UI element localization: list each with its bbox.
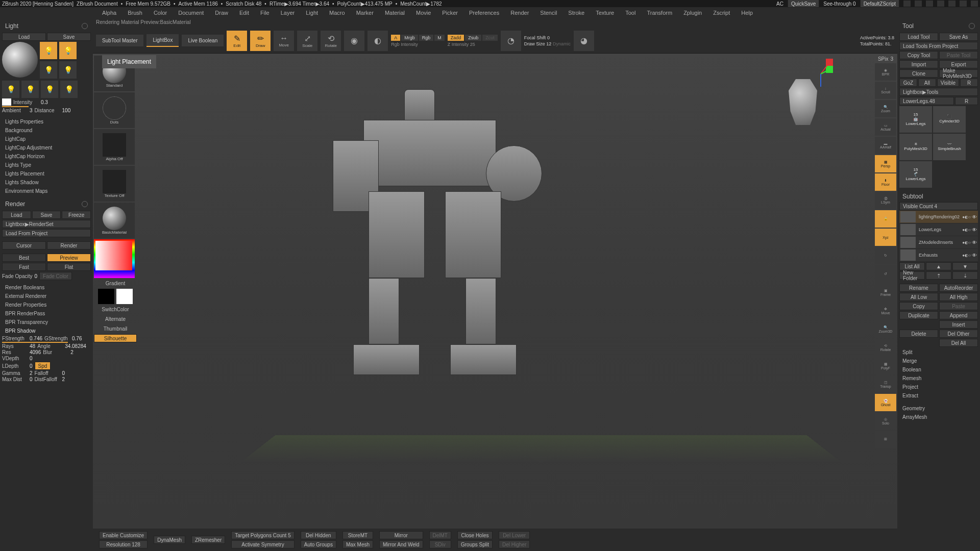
lock-button[interactable]: 🔒 (875, 210, 896, 228)
menu-item[interactable]: Brush (128, 10, 142, 16)
window-btn[interactable] (926, 1, 933, 7)
flat-button[interactable]: Flat (47, 263, 91, 271)
zsub-button[interactable]: Zsub (465, 35, 481, 41)
append-button[interactable]: Append (939, 311, 978, 319)
rot-button[interactable]: ↻ (875, 247, 896, 264)
move-up-icon[interactable]: ⇡ (926, 271, 951, 280)
see-through[interactable]: See-through 0 (823, 1, 855, 7)
slider-label[interactable]: Spd (35, 362, 51, 370)
menu-item[interactable]: Marker (356, 10, 374, 16)
menu-item[interactable]: Zplugin (683, 10, 702, 16)
slider-value[interactable]: 4096 (30, 349, 41, 355)
up-icon[interactable]: ▲ (926, 262, 951, 270)
menu-item[interactable]: Edit (239, 10, 249, 16)
viewport[interactable]: Standard Dots Alpha Off Texture Off Basi… (93, 54, 897, 529)
persp-button[interactable]: ▦Persp (875, 155, 896, 172)
stroke-thumbnail[interactable]: Dots (94, 92, 135, 128)
subtool-row[interactable]: LowerLegs●◐○👁 (899, 223, 978, 236)
zadd-button[interactable]: Zadd (448, 35, 464, 41)
refresh-icon[interactable] (969, 23, 975, 29)
dynamesh-button[interactable]: DynaMesh (154, 536, 185, 544)
light-slot-6[interactable]: 💡 (21, 81, 39, 98)
lights-placement-link[interactable]: Lights Placement (2, 169, 91, 178)
del-other-button[interactable]: Del Other (939, 330, 978, 338)
bpr-transparency-link[interactable]: BPR Transparency (2, 318, 91, 327)
texture-thumbnail[interactable]: Texture Off (94, 166, 135, 202)
light-slot-3[interactable]: 💡 (40, 61, 57, 79)
menu-item[interactable]: Macro (329, 10, 345, 16)
autoreorder-button[interactable]: AutoReorder (939, 284, 978, 292)
menu-item[interactable]: Color (154, 10, 167, 16)
arraymesh-link[interactable]: ArrayMesh (899, 413, 978, 421)
close-icon[interactable] (971, 1, 978, 7)
ambient-value[interactable]: 3 (30, 108, 33, 113)
delete-button[interactable]: Delete (899, 330, 938, 338)
zoom-button[interactable]: 🔍Zoom (875, 100, 896, 117)
bpr-renderpass-link[interactable]: BPR RenderPass (2, 309, 91, 318)
slider-value[interactable]: 2 (70, 349, 74, 355)
menu-item[interactable]: Light (306, 10, 318, 16)
import-button[interactable]: Import (899, 60, 938, 68)
canvas-3d[interactable] (139, 54, 872, 529)
z-intensity-label[interactable]: Z Intensity 25 (448, 42, 498, 47)
light-slot-5[interactable]: 💡 (2, 81, 19, 98)
menu-item[interactable]: Draw (215, 10, 228, 16)
mirror-button[interactable]: Mirror (379, 531, 423, 539)
fade-value[interactable]: 0 (34, 273, 37, 279)
light-direction-ball[interactable] (2, 42, 38, 78)
edit-mode-button[interactable]: ✎Edit (227, 31, 247, 51)
max-mesh-button[interactable]: Max Mesh (342, 540, 373, 548)
zremesher-button[interactable]: ZRemesher (191, 536, 225, 544)
fast-button[interactable]: Fast (2, 263, 46, 271)
render-panel-header[interactable]: Render (2, 198, 91, 210)
switch-color-button[interactable]: SwitchColor (94, 305, 137, 314)
slider-value[interactable]: 48 (30, 343, 35, 349)
lights-shadow-link[interactable]: Lights Shadow (2, 178, 91, 187)
geometry-link[interactable]: Geometry (899, 404, 978, 413)
render-save-button[interactable]: Save (32, 211, 61, 219)
lights-properties-link[interactable]: Lights Properties (2, 117, 91, 126)
menu-item[interactable]: Zscript (713, 10, 730, 16)
light-slot-7[interactable]: 💡 (41, 81, 58, 98)
scroll-button[interactable]: ↕Scroll (875, 82, 896, 99)
menu-item[interactable]: Document (178, 10, 204, 16)
menu-item[interactable]: Tool (625, 10, 635, 16)
rename-button[interactable]: Rename (899, 284, 938, 292)
slider-value[interactable]: 2 (30, 370, 33, 376)
merge-link[interactable]: Merge (899, 357, 978, 365)
duplicate-button[interactable]: Duplicate (899, 311, 938, 319)
bpr-button[interactable]: ◉BPR (875, 63, 896, 81)
slider-value[interactable]: 0.746 (30, 336, 42, 341)
ghost-button[interactable]: 👻Ghost (875, 394, 896, 411)
menu-item[interactable]: Material (385, 10, 405, 16)
load-tool-button[interactable]: Load Tool (899, 33, 938, 41)
subtool-row[interactable]: ZModeledInserts●◐○👁 (899, 236, 978, 248)
lightbox-renderset-button[interactable]: Lightbox▶RenderSet (2, 220, 91, 228)
refresh-icon[interactable] (82, 201, 88, 207)
render-load-button[interactable]: Load (2, 211, 31, 219)
clone-button[interactable]: Clone (899, 69, 938, 78)
tool-thumb[interactable]: ⬛Cylinder3D (933, 106, 966, 133)
light-save-button[interactable]: Save (47, 33, 91, 41)
groups-split-button[interactable]: Groups Split (457, 540, 493, 548)
subtool-master-button[interactable]: SubTool Master (96, 35, 143, 46)
tool-thumb[interactable]: ✳PolyMesh3D (899, 134, 932, 160)
del-mt-button[interactable]: DelMT (429, 531, 451, 539)
subtool-modes[interactable]: ●◐○ (962, 240, 971, 245)
subtool-row[interactable]: lightingRendering02●◐○👁 (899, 211, 978, 223)
frame-button[interactable]: ▣Frame (875, 284, 896, 301)
window-btn[interactable] (915, 1, 922, 7)
actual-button[interactable]: ▭Actual (875, 118, 896, 136)
tool-thumb[interactable]: 15🦿LowerLegs (899, 161, 932, 188)
subtool-row[interactable]: Exhausts●◐○👁 (899, 249, 978, 261)
a-button[interactable]: A (391, 35, 400, 41)
visibility-icon[interactable]: 👁 (972, 227, 977, 233)
alpha-thumbnail[interactable]: Alpha Off (94, 129, 135, 165)
subtool-modes[interactable]: ●◐○ (962, 215, 971, 219)
menu-item[interactable]: File (260, 10, 270, 16)
tool-r-button[interactable]: R (955, 97, 978, 105)
auto-groups-button[interactable]: Auto Groups (301, 540, 336, 548)
visibility-icon[interactable]: 👁 (972, 214, 977, 220)
draw-size-value[interactable]: 12 (546, 41, 551, 46)
slider-value[interactable]: 34.08284 (65, 343, 86, 349)
